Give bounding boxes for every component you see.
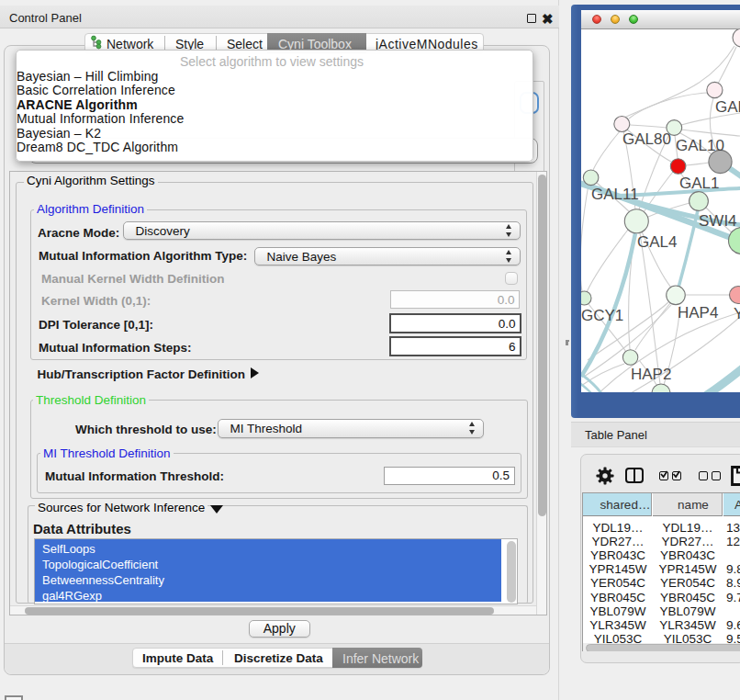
svg-text:SWI4: SWI4 [699, 212, 737, 230]
svg-text:GCY1: GCY1 [581, 307, 623, 324]
svg-text:GAL2: GAL2 [715, 98, 740, 116]
svg-text:GAL10: GAL10 [676, 137, 724, 154]
svg-text:HAP4: HAP4 [678, 304, 718, 322]
svg-text:GAL1: GAL1 [679, 175, 719, 192]
svg-text:GAL11: GAL11 [591, 186, 639, 203]
svg-text:HAP2: HAP2 [631, 366, 671, 383]
svg-text:YN: YN [734, 305, 740, 322]
svg-text:GAL80: GAL80 [622, 130, 671, 148]
svg-text:GAL4: GAL4 [637, 233, 677, 251]
